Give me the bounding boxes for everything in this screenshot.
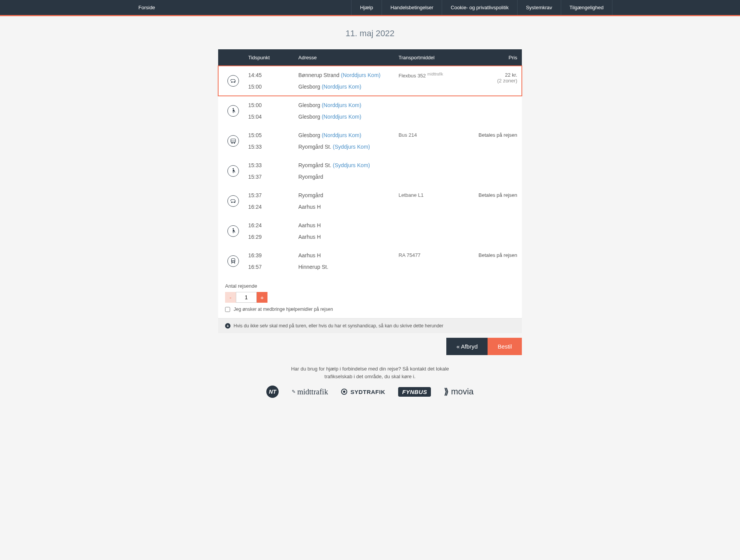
nav-forside[interactable]: Forside [128,0,163,15]
header-time: Tidspunkt [248,55,298,60]
nav-hjaelp[interactable]: Hjælp [351,0,382,15]
date-title: 11. maj 2022 [218,16,522,49]
dep-time: 15:37 [248,192,298,198]
top-nav: Forside Hjælp Handelsbetingelser Cookie-… [0,0,740,16]
header-price: Pris [472,55,522,60]
dep-address: Glesborg (Norddjurs Kom) [298,132,399,138]
arr-address: Glesborg (Norddjurs Kom) [298,114,399,120]
svg-point-10 [234,202,235,203]
action-bar: « Afbryd Bestil [218,333,522,355]
arr-time: 15:04 [248,114,298,120]
itinerary-segment: 15:05Glesborg (Norddjurs Kom)15:33Ryomgå… [218,126,522,156]
aid-row: Jeg ønsker at medbringe hjælpemidler på … [218,307,522,318]
logo-fynbus[interactable]: FYNBUS [398,387,431,397]
transport-mode: RA 75477 [399,252,472,270]
arr-time: 16:57 [248,264,298,270]
dep-address: Glesborg (Norddjurs Kom) [298,102,399,108]
segment-price: 22 kr.(2 zoner) [472,72,522,90]
dep-address: Ryomgård St. (Syddjurs Kom) [298,162,399,168]
dep-time: 14:45 [248,72,298,78]
dep-time: 16:24 [248,222,298,228]
plus-circle-icon: + [225,323,230,329]
table-header: Tidspunkt Adresse Transportmiddel Pris [218,49,522,66]
itinerary-segment: 16:24Aarhus H 16:29Aarhus H [218,216,522,246]
segment-price [472,162,522,180]
cancel-button[interactable]: « Afbryd [446,338,488,355]
header-trans: Transportmiddel [399,55,472,60]
svg-point-0 [231,82,232,82]
passenger-section: Antal rejsende - + [218,276,522,307]
arr-address: Ryomgård [298,174,399,180]
arr-time: 15:00 [248,84,298,90]
footer-help-text: Har du brug for hjælp i forbindelse med … [289,355,451,386]
logo-midttrafik[interactable]: ✎midttrafik [292,387,328,396]
transport-mode: Letbane L1 [399,192,472,210]
dep-time: 15:05 [248,132,298,138]
walk-icon [227,225,239,237]
arr-time: 16:24 [248,204,298,210]
train-icon [227,255,239,267]
dep-time: 15:33 [248,162,298,168]
itinerary-segment: 15:37Ryomgård 16:24Aarhus H Letbane L1Be… [218,186,522,216]
itinerary-segment: 14:45Bønnerup Strand (Norddjurs Kom)15:0… [218,66,522,96]
svg-point-6 [232,143,232,143]
transport-mode: Flexbus 352midttrafik [399,72,472,90]
logo-sydtrafik[interactable]: SYDTRAFIK [341,389,385,395]
arr-address: Glesborg (Norddjurs Kom) [298,84,399,90]
passenger-count-input[interactable] [236,292,257,303]
arr-time: 16:29 [248,234,298,240]
itinerary-segment: 15:00Glesborg (Norddjurs Kom)15:04Glesbo… [218,96,522,126]
itinerary-segment: 15:33Ryomgård St. (Syddjurs Kom)15:37Ryo… [218,156,522,186]
disclosure-row[interactable]: + Hvis du ikke selv skal med på turen, e… [218,318,522,333]
logo-movia[interactable]: ⟫movia [444,387,474,397]
nav-tilg[interactable]: Tilgængelighed [561,0,612,15]
dep-time: 16:39 [248,252,298,258]
dep-time: 15:00 [248,102,298,108]
nav-handel[interactable]: Handelsbetingelser [382,0,442,15]
transport-mode [399,162,472,180]
tram-icon [227,195,239,207]
transport-operator-logo: midttrafik [427,72,443,76]
arr-address: Ryomgård St. (Syddjurs Kom) [298,144,399,150]
dep-address: Aarhus H [298,222,399,228]
passenger-plus-button[interactable]: + [257,292,267,303]
svg-point-16 [234,262,235,262]
arr-time: 15:37 [248,174,298,180]
arr-time: 15:33 [248,144,298,150]
walk-icon [227,105,239,117]
passenger-minus-button[interactable]: - [225,292,236,303]
aid-label[interactable]: Jeg ønsker at medbringe hjælpemidler på … [225,307,333,312]
dep-address: Ryomgård [298,192,399,198]
bus-icon [227,135,239,147]
walk-icon [227,165,239,177]
arr-address: Hinnerup St. [298,264,399,270]
svg-point-7 [234,143,235,143]
svg-point-3 [233,108,234,109]
arr-address: Aarhus H [298,234,399,240]
transport-mode: Bus 214 [399,132,472,150]
partner-logos: NT ✎midttrafik SYDTRAFIK FYNBUS ⟫movia [218,386,522,409]
order-button[interactable]: Bestil [488,338,522,355]
svg-point-15 [232,262,233,262]
transport-mode [399,222,472,240]
segment-price [472,222,522,240]
itinerary-segment: 16:39Aarhus H 16:57Hinnerup St. RA 75477… [218,246,522,276]
svg-point-9 [231,202,232,203]
svg-point-1 [234,82,235,82]
nav-cookie[interactable]: Cookie- og privatlivspolitik [442,0,517,15]
minibus-icon [227,75,239,87]
segment-price [472,102,522,120]
passenger-label: Antal rejsende [225,283,515,289]
logo-nt[interactable]: NT [266,386,279,398]
arr-address: Aarhus H [298,204,399,210]
itinerary-table: Tidspunkt Adresse Transportmiddel Pris 1… [218,49,522,276]
transport-mode [399,102,472,120]
nav-system[interactable]: Systemkrav [517,0,561,15]
aid-checkbox-text: Jeg ønsker at medbringe hjælpemidler på … [234,307,333,312]
passenger-stepper: - + [225,292,515,303]
disclosure-text: Hvis du ikke selv skal med på turen, ell… [234,323,443,329]
dep-address: Bønnerup Strand (Norddjurs Kom) [298,72,399,78]
svg-point-8 [233,168,234,169]
segment-price: Betales på rejsen [472,252,522,270]
aid-checkbox[interactable] [225,307,230,312]
